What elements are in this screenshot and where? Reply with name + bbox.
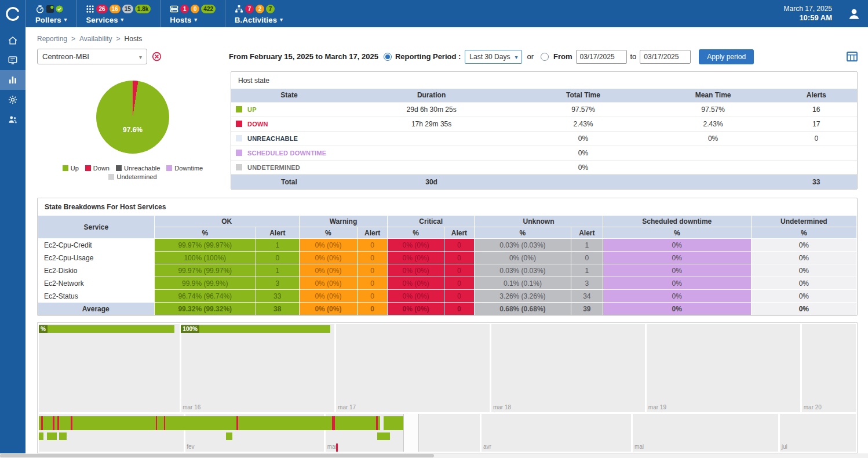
timeline-brush[interactable]: fevmaravrmaijui	[39, 414, 856, 452]
sidebar-item-monitoring[interactable]	[0, 50, 25, 70]
nav-services[interactable]: 26 16 15 1.8k Services	[76, 0, 160, 27]
apply-period-button[interactable]: Apply period	[699, 49, 754, 64]
sidebar-item-configuration[interactable]	[0, 90, 25, 110]
custom-range-radio[interactable]	[541, 53, 549, 61]
average-label: Average	[38, 303, 155, 315]
ba-warning-badge[interactable]: 2	[256, 5, 264, 13]
service-breakdown-table: Service OK Warning Critical Unknown Sche…	[38, 215, 857, 315]
user-icon	[847, 6, 862, 21]
sidebar-item-reporting[interactable]	[0, 70, 25, 90]
horizontal-scrollbar[interactable]	[0, 453, 868, 458]
reporting-period-radio[interactable]	[384, 53, 392, 61]
clock: March 17, 2025 10:59 AM	[784, 0, 840, 27]
ba-ok-badge[interactable]: 7	[266, 5, 275, 13]
export-button[interactable]	[847, 52, 858, 61]
brush-down-tick	[57, 416, 59, 430]
availability-bar-label: 100%	[181, 325, 199, 333]
service-breakdown-row: Ec2-Cpu-Usage 100% (100%)0 0% (0%)0 0% (…	[38, 252, 857, 264]
breadcrumb-reporting[interactable]: Reporting	[37, 35, 67, 43]
bar-chart-icon	[8, 75, 18, 85]
services-ok-badge[interactable]: 1.8k	[135, 5, 151, 13]
host-state-title: Host state	[231, 72, 857, 89]
brush-block	[39, 432, 43, 440]
service-breakdown-row: Ec2-Status 96.74% (96.74%)33 0% (0%)0 0%…	[38, 290, 857, 303]
poller-database-status-icon	[46, 5, 54, 13]
period-select[interactable]: Last 30 Days	[465, 50, 522, 64]
service-breakdown-row: Ec2-Cpu-Credit 99.97% (99.97%)1 0% (0%)0…	[38, 239, 857, 252]
brush-selection[interactable]	[403, 414, 419, 452]
breakdown-title: State Breakdowns For Host Services	[38, 198, 857, 215]
home-icon	[8, 35, 18, 46]
ba-critical-badge[interactable]: 7	[245, 5, 254, 13]
hosts-unreachable-badge[interactable]: 0	[191, 5, 199, 13]
breadcrumb-availability[interactable]: Availability	[79, 35, 112, 43]
breadcrumb-separator: >	[71, 35, 75, 43]
main-content: Reporting > Availability > Hosts Centreo…	[25, 27, 868, 458]
column-header-state: State	[231, 89, 347, 102]
chevron-down-icon	[515, 53, 517, 61]
column-header-total-time: Total Time	[516, 89, 650, 102]
availability-bar-label: %	[39, 325, 48, 333]
clear-host-selection-button[interactable]	[152, 52, 162, 61]
timeline-day-label: mar 20	[804, 404, 822, 410]
timeline-day-separator	[490, 324, 491, 412]
host-selector[interactable]: Centreon-MBI	[37, 49, 147, 64]
timeline-day-separator	[645, 324, 647, 412]
current-time: 10:59 AM	[784, 13, 832, 23]
clear-icon	[152, 52, 162, 61]
nav-pollers[interactable]: Pollers	[25, 0, 76, 27]
availability-bar: %	[39, 325, 174, 333]
monitoring-icon	[8, 55, 18, 66]
availability-bar: 100%	[181, 325, 330, 333]
hosts-menu-label: Hosts	[170, 16, 216, 24]
pollers-menu-label: Pollers	[35, 16, 67, 24]
breadcrumb-hosts: Hosts	[125, 35, 143, 43]
nav-hosts[interactable]: 1 0 422 Hosts	[160, 0, 225, 27]
services-critical-badge[interactable]: 26	[96, 5, 107, 13]
services-unknown-badge[interactable]: 15	[122, 5, 133, 13]
nav-business-activities[interactable]: 7 2 7 B.Activities	[225, 0, 292, 27]
services-warning-badge[interactable]: 16	[110, 5, 121, 13]
pollers-icon	[35, 5, 45, 14]
current-date: March 17, 2025	[784, 4, 832, 13]
timeline-day-separator	[180, 324, 181, 412]
centreon-logo[interactable]	[0, 0, 25, 27]
user-menu-button[interactable]	[840, 0, 868, 27]
timeline-month-label: avr	[483, 444, 491, 450]
availability-pie-chart[interactable]: 97.6%	[96, 81, 169, 154]
timeline-chart[interactable]: mar 16mar 17mar 18mar 19mar 20%100%	[39, 324, 856, 412]
column-header-alerts: Alerts	[776, 89, 857, 102]
sidebar-item-administration[interactable]	[0, 110, 25, 129]
group-header-critical: Critical	[388, 216, 475, 227]
brush-down-tick	[332, 416, 335, 430]
down-state-swatch	[236, 121, 242, 127]
timeline-month-label: mai	[634, 444, 644, 450]
service-name[interactable]: Ec2-Cpu-Usage	[38, 252, 155, 264]
sidebar-item-home[interactable]	[0, 31, 25, 50]
report-range-text: From February 15, 2025 to March 17, 2025	[229, 52, 378, 61]
group-header-unknown: Unknown	[475, 216, 603, 227]
host-state-row-undetermined: UNDETERMINED 0%	[231, 160, 857, 175]
service-name[interactable]: Ec2-Diskio	[38, 264, 155, 277]
brush-down-tick	[41, 416, 43, 430]
brush-block	[59, 432, 67, 440]
service-name[interactable]: Ec2-Status	[38, 290, 155, 303]
hosts-up-badge[interactable]: 422	[201, 5, 216, 13]
brush-block	[47, 432, 57, 440]
pie-legend: Up Down Unreachable Downtime Undetermine…	[63, 163, 203, 180]
scrollbar-thumb[interactable]	[0, 454, 434, 457]
legend-downtime-swatch	[166, 165, 172, 171]
service-breakdown-panel: State Breakdowns For Host Services Servi…	[37, 198, 858, 316]
host-state-panel: Host state State Duration Total Time Mea…	[231, 71, 858, 190]
column-header-duration: Duration	[347, 89, 516, 102]
service-breakdown-row: Ec2-Network 99.9% (99.9%)3 0% (0%)0 0% (…	[38, 277, 857, 290]
scheduled-downtime-swatch	[236, 150, 242, 156]
from-date-input[interactable]	[576, 50, 627, 64]
hosts-down-badge[interactable]: 1	[180, 5, 189, 13]
up-state-swatch	[236, 106, 242, 112]
service-name[interactable]: Ec2-Cpu-Credit	[38, 239, 155, 252]
group-header-undetermined: Undetermined	[751, 216, 856, 227]
to-date-input[interactable]	[640, 50, 691, 64]
services-menu-label: Services	[86, 16, 151, 24]
service-name[interactable]: Ec2-Network	[38, 277, 155, 290]
